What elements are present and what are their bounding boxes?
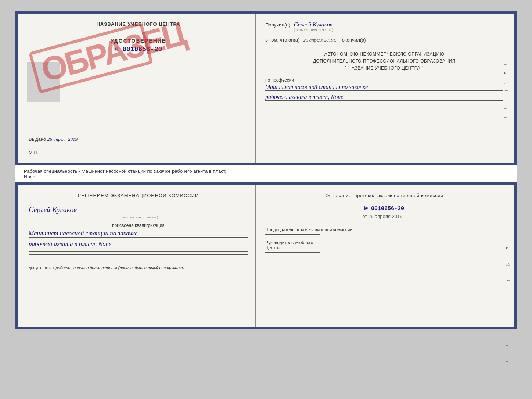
vtom-date: 26 апреля 2019г. <box>303 37 336 43</box>
top-cert-title: НАЗВАНИЕ УЧЕБНОГО ЦЕНТРА <box>29 21 248 27</box>
org-line1: АВТОНОМНУЮ НЕКОММЕРЧЕСКУЮ ОРГАНИЗАЦИЮ <box>265 51 503 58</box>
profession-line2: рабочего агента в пласт, None <box>265 94 503 101</box>
rukovoditel-block: Руководитель учебного Центра <box>265 240 503 253</box>
rdash-11: – <box>506 358 511 364</box>
dash-5: ‚а <box>504 79 509 85</box>
div-line-1 <box>29 251 248 252</box>
okonchil-label: окончил(а) <box>342 37 366 43</box>
qual-line2: рабочего агента в пласт, None <box>29 241 248 248</box>
predsedatel-block: Председатель экзаменационной комиссии <box>265 227 503 235</box>
udostoverenie-block: УДОСТОВЕРЕНИЕ № 0010656-20 <box>29 38 248 53</box>
profession-line1: Машинист насосной станции по закачке <box>265 84 503 91</box>
bottom-name: Сергей Кулаков <box>29 206 77 214</box>
vydano-line: Выдано 26 апреля 2019 <box>29 136 78 142</box>
rdash-7: – <box>506 293 511 299</box>
dopuskaetsya-line: допускается к работе согласно должностны… <box>29 266 248 270</box>
rukovoditel-label: Руководитель учебного <box>265 240 503 245</box>
rukovoditel-sign-line <box>265 252 320 253</box>
rdash-4: и <box>506 245 511 251</box>
osnovanie-title: Основание: протокол экзаменационной коми… <box>265 193 503 198</box>
photo-placeholder <box>27 62 60 102</box>
subtitle-text2: None <box>24 174 508 179</box>
dash-3: – <box>504 61 509 67</box>
cert-left: НАЗВАНИЕ УЧЕБНОГО ЦЕНТРА ОБРАЗЕЦ УДОСТОВ… <box>18 14 256 163</box>
dash-2: – <box>504 52 509 58</box>
protocol-number: № 0010656-20 <box>265 206 503 212</box>
resheniem-title: Решением экзаменационной комиссии <box>29 193 248 198</box>
div-line-2 <box>29 254 248 255</box>
fio-hint-bottom: (фамилия, имя, отчество) <box>29 215 248 219</box>
vydano-date: 26 апреля 2019 <box>47 136 78 142</box>
udost-number: № 0010656-20 <box>29 46 248 53</box>
vydano-label: Выдано <box>29 136 46 142</box>
rdash-3: – <box>506 229 511 235</box>
ot-dash: – <box>404 214 406 219</box>
rdash-5: ‚а <box>506 261 511 267</box>
cert-right: – – – и ‚а ← – – – Получил(а) Сергей Кул… <box>256 14 514 163</box>
div-line-4 <box>29 274 248 274</box>
dash-7: – <box>504 96 509 102</box>
recipient-name: Сергей Кулаков <box>294 21 332 28</box>
prisvoena-text: присвоена квалификация <box>29 223 248 228</box>
bottom-name-block: Сергей Кулаков (фамилия, имя, отчество) <box>29 206 248 219</box>
rdash-2: – <box>506 213 511 218</box>
dash-4: и <box>504 70 509 76</box>
qual-line1: Машинист насосной станции по закачке <box>29 230 248 238</box>
dash-8: – <box>504 105 509 111</box>
certificate-top: НАЗВАНИЕ УЧЕБНОГО ЦЕНТРА ОБРАЗЕЦ УДОСТОВ… <box>15 11 517 165</box>
vtom-line: в том, что он(а) 26 апреля 2019г. окончи… <box>265 37 503 43</box>
rdash-1: – <box>506 196 511 202</box>
dash-1: – <box>504 43 509 49</box>
org-line3: " НАЗВАНИЕ УЧЕБНОГО ЦЕНТРА " <box>265 65 503 72</box>
page-wrapper: НАЗВАНИЕ УЧЕБНОГО ЦЕНТРА ОБРАЗЕЦ УДОСТОВ… <box>7 7 525 337</box>
ot-label: от <box>362 214 367 219</box>
org-line2: ДОПОЛНИТЕЛЬНОГО ПРОФЕССИОНАЛЬНОГО ОБРАЗО… <box>265 58 503 65</box>
right-side-dashes: – – – и ‚а ← – – – – – <box>506 196 511 364</box>
div-line-3 <box>29 258 248 258</box>
rdash-8: – <box>506 310 511 316</box>
predsedatel-label: Председатель экзаменационной комиссии <box>265 227 503 232</box>
rdash-6: ← <box>506 277 511 283</box>
right-lines: – – – и ‚а ← – – – <box>504 43 509 155</box>
predsedatel-sign-line <box>265 234 320 235</box>
dash-9: – <box>504 114 509 120</box>
cert-bottom-left: Решением экзаменационной комиссии Сергей… <box>18 185 256 327</box>
ot-date-block: от 26 апреля 2019 – <box>265 214 503 220</box>
rdash-10: – <box>506 342 511 348</box>
vtom-label: в том, что он(а) <box>265 37 299 43</box>
dash-6: ← <box>504 88 509 93</box>
subtitle-bar: Рабочая специальность - Машинист насосно… <box>15 165 517 182</box>
rdash-9: – <box>506 326 511 332</box>
cert-bottom-right: – – – и ‚а ← – – – – – Основание: проток… <box>256 185 514 327</box>
poluchil-line: Получил(а) Сергей Кулаков (фамилия, имя,… <box>265 21 503 32</box>
subtitle-text: Рабочая специальность - Машинист насосно… <box>24 168 508 174</box>
poluchil-label: Получил(а) <box>265 22 290 28</box>
fio-hint-top: (фамилия, имя, отчество) <box>294 28 334 32</box>
dash-after-name: – <box>339 22 342 28</box>
dopuskaetsya-text: допускается к <box>29 266 55 270</box>
dopusk-italic: работе согласно должностным (производств… <box>56 266 185 270</box>
mp-text: М.П. <box>29 150 39 155</box>
ot-date: 26 апреля 2019 <box>368 214 403 220</box>
udost-title: УДОСТОВЕРЕНИЕ <box>29 38 248 44</box>
po-professii: по профессии <box>265 78 503 83</box>
tsentra-label: Центра <box>265 245 503 250</box>
certificate-bottom: Решением экзаменационной комиссии Сергей… <box>15 182 517 329</box>
org-block: АВТОНОМНУЮ НЕКОММЕРЧЕСКУЮ ОРГАНИЗАЦИЮ ДО… <box>265 51 503 72</box>
